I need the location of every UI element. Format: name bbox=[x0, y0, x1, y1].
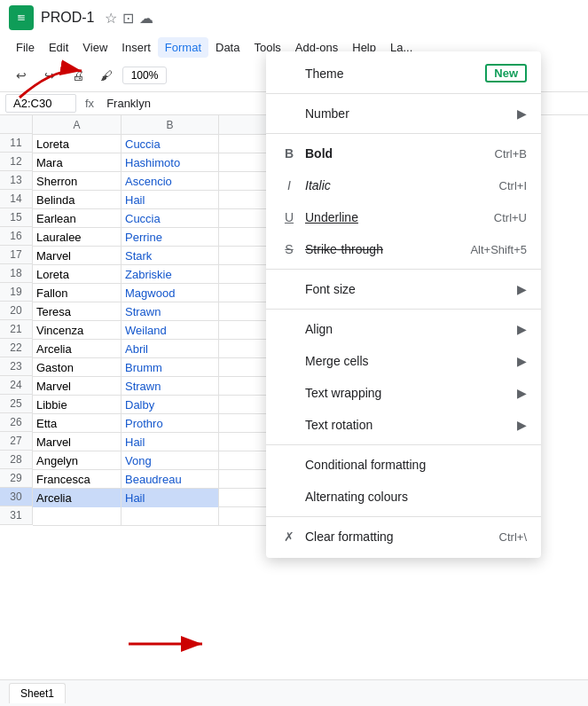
cell-b-31[interactable] bbox=[122, 507, 219, 526]
table-row[interactable]: FrancescaBeaudreau bbox=[33, 470, 272, 489]
cell-b-16[interactable]: Perrine bbox=[122, 228, 219, 247]
cell-b-19[interactable]: Magwood bbox=[122, 284, 219, 302]
menu-item-bold[interactable]: BBoldCtrl+B bbox=[266, 137, 541, 169]
cell-b-14[interactable]: Hail bbox=[122, 191, 219, 209]
menu-item-theme[interactable]: ThemeNew bbox=[266, 57, 541, 90]
table-row[interactable]: MaraHashimoto bbox=[33, 153, 272, 172]
cell-a-25[interactable]: Libbie bbox=[33, 396, 122, 414]
table-row[interactable]: BelindaHail bbox=[33, 191, 272, 209]
row-header-25[interactable]: 25 bbox=[0, 395, 32, 413]
cell-a-17[interactable]: Marvel bbox=[33, 247, 122, 265]
row-header-17[interactable]: 17 bbox=[0, 246, 32, 264]
row-header-30[interactable]: 30 bbox=[0, 488, 32, 506]
cell-reference[interactable]: A2:C30 bbox=[5, 94, 76, 113]
menu-item-merge-cells[interactable]: Merge cells▶ bbox=[266, 345, 541, 377]
row-header-23[interactable]: 23 bbox=[0, 357, 32, 376]
table-row[interactable]: FallonMagwood bbox=[33, 284, 272, 302]
table-row[interactable]: ArceliaHail bbox=[33, 489, 272, 507]
cell-a-16[interactable]: Lauralee bbox=[33, 228, 122, 247]
table-row[interactable]: EttaProthro bbox=[33, 414, 272, 433]
cell-b-26[interactable]: Prothro bbox=[122, 414, 219, 433]
cell-a-28[interactable]: Angelyn bbox=[33, 451, 122, 470]
cell-b-25[interactable]: Dalby bbox=[122, 396, 219, 414]
cell-a-18[interactable]: Loreta bbox=[33, 265, 122, 284]
menu-item-conditional-formatting[interactable]: Conditional formatting bbox=[266, 449, 541, 481]
row-header-19[interactable]: 19 bbox=[0, 283, 32, 302]
menu-item-italic[interactable]: IItalicCtrl+I bbox=[266, 169, 541, 201]
cell-b-17[interactable]: Stark bbox=[122, 247, 219, 265]
cell-b-22[interactable]: Abril bbox=[122, 340, 219, 358]
table-row[interactable]: VincenzaWeiland bbox=[33, 321, 272, 340]
col-header-b[interactable]: B bbox=[122, 115, 219, 134]
cell-a-24[interactable]: Marvel bbox=[33, 377, 122, 396]
cell-a-11[interactable]: Loreta bbox=[33, 135, 122, 153]
cloud-icon[interactable]: ☁ bbox=[139, 10, 153, 27]
table-row[interactable]: LibbieDalby bbox=[33, 396, 272, 414]
row-header-20[interactable]: 20 bbox=[0, 302, 32, 320]
menu-edit[interactable]: Edit bbox=[42, 37, 75, 58]
col-header-c[interactable] bbox=[219, 115, 272, 134]
star-icon[interactable]: ☆ bbox=[105, 10, 117, 27]
row-header-18[interactable]: 18 bbox=[0, 264, 32, 283]
cell-b-23[interactable]: Brumm bbox=[122, 358, 219, 377]
menu-insert[interactable]: Insert bbox=[114, 37, 158, 58]
row-header-31[interactable]: 31 bbox=[0, 506, 32, 525]
table-row[interactable]: MarvelStrawn bbox=[33, 377, 272, 396]
cell-a-12[interactable]: Mara bbox=[33, 153, 122, 172]
cell-b-24[interactable]: Strawn bbox=[122, 377, 219, 396]
cell-a-27[interactable]: Marvel bbox=[33, 433, 122, 451]
cell-a-23[interactable]: Gaston bbox=[33, 358, 122, 377]
menu-format[interactable]: Format bbox=[158, 37, 208, 58]
table-row[interactable]: LauraleePerrine bbox=[33, 228, 272, 247]
row-header-21[interactable]: 21 bbox=[0, 320, 32, 339]
row-header-14[interactable]: 14 bbox=[0, 190, 32, 208]
menu-view[interactable]: View bbox=[75, 37, 114, 58]
redo-button[interactable]: ↪ bbox=[37, 63, 62, 88]
menu-item-text-rotation[interactable]: Text rotation▶ bbox=[266, 409, 541, 441]
row-header-22[interactable]: 22 bbox=[0, 339, 32, 357]
zoom-level[interactable]: 100% bbox=[122, 67, 167, 84]
undo-button[interactable]: ↩ bbox=[9, 63, 34, 88]
menu-file[interactable]: File bbox=[9, 37, 42, 58]
row-header-11[interactable]: 11 bbox=[0, 134, 32, 153]
row-header-16[interactable]: 16 bbox=[0, 227, 32, 246]
sheet-tab[interactable]: Sheet1 bbox=[9, 683, 66, 703]
table-row[interactable]: LoretaZabriskie bbox=[33, 265, 272, 284]
cell-b-27[interactable]: Hail bbox=[122, 433, 219, 451]
cell-b-20[interactable]: Strawn bbox=[122, 302, 219, 321]
table-row[interactable]: GastonBrumm bbox=[33, 358, 272, 377]
cell-a-19[interactable]: Fallon bbox=[33, 284, 122, 302]
cell-a-29[interactable]: Francesca bbox=[33, 470, 122, 489]
cell-a-31[interactable] bbox=[33, 507, 122, 526]
row-header-27[interactable]: 27 bbox=[0, 432, 32, 451]
cell-b-11[interactable]: Cuccia bbox=[122, 135, 219, 153]
menu-item-strike-through[interactable]: SStrike-throughAlt+Shift+5 bbox=[266, 233, 541, 265]
row-header-26[interactable]: 26 bbox=[0, 413, 32, 432]
menu-data[interactable]: Data bbox=[208, 37, 247, 58]
cell-b-12[interactable]: Hashimoto bbox=[122, 153, 219, 172]
row-header-15[interactable]: 15 bbox=[0, 208, 32, 227]
cell-a-13[interactable]: Sherron bbox=[33, 172, 122, 191]
cell-b-28[interactable]: Vong bbox=[122, 451, 219, 470]
table-row[interactable]: SherronAscencio bbox=[33, 172, 272, 191]
cell-b-15[interactable]: Cuccia bbox=[122, 209, 219, 228]
table-row[interactable]: EarleanCuccia bbox=[33, 209, 272, 228]
cell-b-21[interactable]: Weiland bbox=[122, 321, 219, 340]
row-header-24[interactable]: 24 bbox=[0, 376, 32, 395]
menu-item-alternating-colours[interactable]: Alternating colours bbox=[266, 481, 541, 513]
cell-a-14[interactable]: Belinda bbox=[33, 191, 122, 209]
cell-b-18[interactable]: Zabriskie bbox=[122, 265, 219, 284]
row-header-28[interactable]: 28 bbox=[0, 451, 32, 469]
cell-a-21[interactable]: Vincenza bbox=[33, 321, 122, 340]
menu-item-font-size[interactable]: Font size▶ bbox=[266, 273, 541, 305]
table-row[interactable]: AngelynVong bbox=[33, 451, 272, 470]
print-button[interactable]: 🖨 bbox=[66, 63, 90, 88]
table-row[interactable]: MarvelHail bbox=[33, 433, 272, 451]
menu-item-underline[interactable]: UUnderlineCtrl+U bbox=[266, 201, 541, 233]
cell-b-29[interactable]: Beaudreau bbox=[122, 470, 219, 489]
menu-item-clear-formatting[interactable]: ✗Clear formattingCtrl+\ bbox=[266, 521, 541, 553]
cell-b-13[interactable]: Ascencio bbox=[122, 172, 219, 191]
table-row[interactable]: MarvelStark bbox=[33, 247, 272, 265]
cell-a-20[interactable]: Teresa bbox=[33, 302, 122, 321]
row-header-12[interactable]: 12 bbox=[0, 153, 32, 171]
